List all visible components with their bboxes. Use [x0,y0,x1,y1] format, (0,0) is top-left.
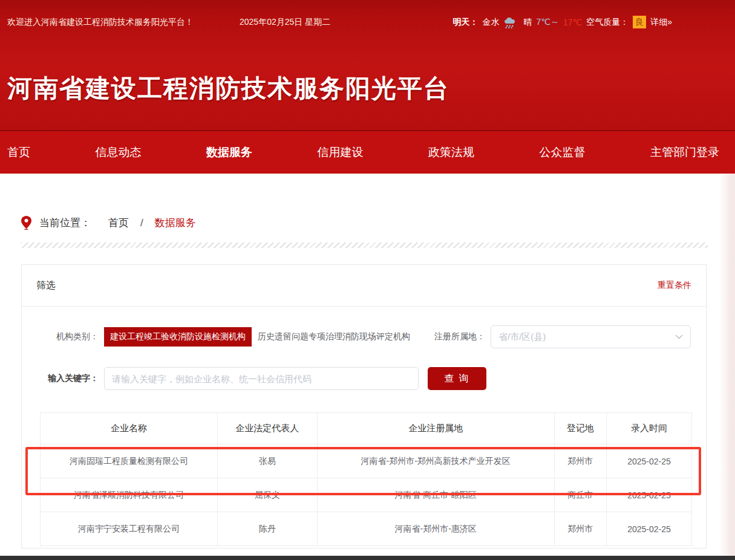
cell-address: 河南省-郑州市-惠济区 [317,512,554,546]
right-edge-decoration [719,174,735,556]
date-text: 2025年02月25日 星期二 [240,17,330,28]
cell-company: 河南省泽顺消防科技有限公司 [41,478,218,512]
weather-condition: 晴 [523,17,532,28]
cell-reg-city: 商丘市 [554,478,606,512]
welcome-text: 欢迎进入河南省建设工程消防技术服务阳光平台！ [7,17,194,28]
keyword-input[interactable] [104,367,419,390]
breadcrumb-current: 数据服务 [155,216,196,230]
keyword-filter-row: 输入关键字： 查 询 [22,367,706,390]
col-header-entry-date: 录入时间 [606,413,691,444]
category-option-inactive[interactable]: 历史遗留问题专项治理消防现场评定机构 [258,331,410,342]
col-header-address: 企业注册属地 [317,413,554,444]
filter-header: 筛选 重置条件 [22,265,706,307]
col-header-legal-rep: 企业法定代表人 [217,413,317,444]
weather-detail-link[interactable]: 详细» [650,17,672,28]
divider-slash-pattern [21,243,708,248]
table-row[interactable]: 河南宇宁安装工程有限公司 陈丹 河南省-郑州市-惠济区 郑州市 2025-02-… [41,512,692,546]
results-table: 企业名称 企业法定代表人 企业注册属地 登记地 录入时间 河南固瑞工程质量检测有… [40,412,692,546]
main-nav: 首页 信息动态 数据服务 信用建设 政策法规 公众监督 主管部门登录 [0,130,735,174]
weather-widget: 明天： 金水 晴 7℃～ 17℃ 空气质量： 良 详细» [452,16,672,28]
region-filter-group: 注册所属地： 省/市/区(县) [434,325,706,348]
col-header-company: 企业名称 [41,413,218,444]
nav-item-supervision[interactable]: 公众监督 [540,145,586,160]
temp-high: 17℃ [563,18,582,27]
nav-item-news[interactable]: 信息动态 [96,145,142,160]
cloud-icon [503,16,519,28]
cell-address: 河南省-商丘市-睢阳区 [317,478,554,512]
table-header-row: 企业名称 企业法定代表人 企业注册属地 登记地 录入时间 [41,413,692,444]
content-area: 当前位置： 首页 / 数据服务 筛选 重置条件 机构类别： 建设工程竣工验收消防… [0,174,735,560]
filter-panel: 筛选 重置条件 机构类别： 建设工程竣工验收消防设施检测机构 历史遗留问题专项治… [21,264,707,549]
filter-title: 筛选 [36,279,56,292]
air-quality-badge: 良 [633,16,646,28]
weather-district: 金水 [482,17,499,28]
chevron-down-icon [675,334,683,339]
cell-legal-rep: 屈保义 [217,478,317,512]
location-pin-icon [21,216,31,230]
nav-item-admin-login[interactable]: 主管部门登录 [650,145,719,160]
nav-item-home[interactable]: 首页 [7,145,30,160]
cell-legal-rep: 陈丹 [217,512,317,546]
cell-reg-city: 郑州市 [554,512,606,546]
category-option-active[interactable]: 建设工程竣工验收消防设施检测机构 [104,327,252,347]
category-filter-row: 机构类别： 建设工程竣工验收消防设施检测机构 历史遗留问题专项治理消防现场评定机… [22,325,706,348]
header-banner: 欢迎进入河南省建设工程消防技术服务阳光平台！ 2025年02月25日 星期二 明… [0,0,735,130]
cell-entry-date: 2025-02-25 [606,444,691,478]
col-header-reg-city: 登记地 [554,413,606,444]
cell-entry-date: 2025-02-25 [606,512,691,546]
breadcrumb-separator: / [140,217,143,229]
breadcrumb: 当前位置： 首页 / 数据服务 [0,174,735,230]
keyword-label: 输入关键字： [22,373,99,384]
region-label: 注册所属地： [434,331,485,342]
reset-filters-link[interactable]: 重置条件 [658,280,691,291]
breadcrumb-home-link[interactable]: 首页 [108,216,129,230]
nav-item-data-service[interactable]: 数据服务 [206,145,252,160]
weather-label: 明天： [452,17,478,28]
cell-address: 河南省-郑州市-郑州高新技术产业开发区 [317,444,554,478]
category-label: 机构类别： [22,331,99,342]
footer-top-edge [0,556,735,560]
temp-low: 7℃～ [536,17,559,28]
nav-item-policy[interactable]: 政策法规 [428,145,474,160]
cell-company: 河南固瑞工程质量检测有限公司 [41,444,218,478]
region-select[interactable]: 省/市/区(县) [491,325,691,348]
cell-entry-date: 2025-02-25 [606,478,691,512]
nav-item-credit[interactable]: 信用建设 [318,145,364,160]
topbar: 欢迎进入河南省建设工程消防技术服务阳光平台！ 2025年02月25日 星期二 明… [0,0,735,28]
table-row[interactable]: 河南省泽顺消防科技有限公司 屈保义 河南省-商丘市-睢阳区 商丘市 2025-0… [41,478,692,512]
page-title: 河南省建设工程消防技术服务阳光平台 [7,72,735,105]
cell-company: 河南宇宁安装工程有限公司 [41,512,218,546]
region-select-placeholder: 省/市/区(县) [498,331,546,343]
cell-legal-rep: 张易 [217,444,317,478]
search-button[interactable]: 查 询 [428,367,486,390]
breadcrumb-label: 当前位置： [39,216,91,230]
table-row[interactable]: 河南固瑞工程质量检测有限公司 张易 河南省-郑州市-郑州高新技术产业开发区 郑州… [41,444,692,478]
cell-reg-city: 郑州市 [554,444,606,478]
air-quality-label: 空气质量： [586,17,629,28]
